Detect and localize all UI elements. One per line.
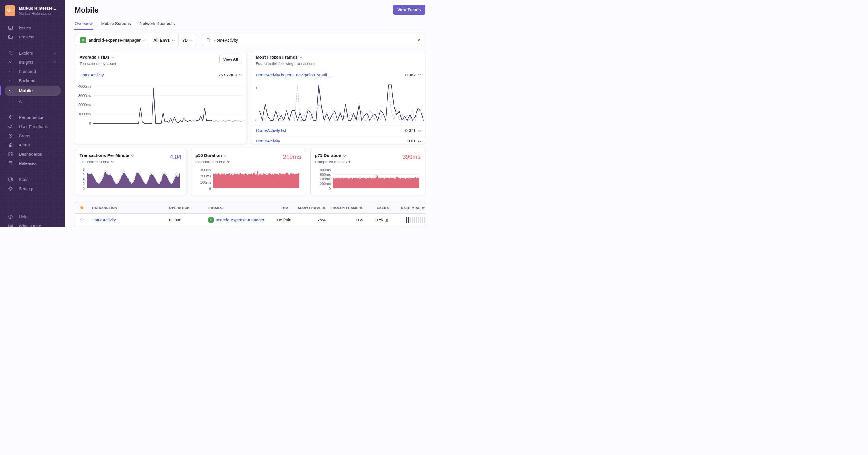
metric-value[interactable]: 0.071 [405, 128, 421, 133]
archive-icon [8, 161, 13, 166]
p75-chart[interactable]: 0200ms400ms600ms800ms [315, 166, 421, 193]
svg-text:4000ms: 4000ms [79, 84, 91, 88]
filter-bar: android-expense-manager All Envs 7D [74, 34, 425, 46]
svg-text:6: 6 [83, 172, 85, 176]
tab-bar: Overview Mobile Screens Network Requests [74, 21, 425, 29]
p50-chart[interactable]: 0100ms200ms300ms [195, 166, 301, 193]
project-cell: android-expense-manager [208, 218, 266, 223]
svg-text:4: 4 [83, 177, 85, 181]
metric-value[interactable]: 263.72ms [218, 73, 241, 77]
sidebar-item-label: Projects [19, 34, 34, 39]
sidebar-item-insights[interactable]: Insights [0, 57, 65, 67]
col-users[interactable]: USERS [377, 206, 389, 209]
environment-filter-label: All Envs [153, 38, 169, 42]
sidebar-item-label: Backend [19, 78, 35, 83]
tab-network-requests[interactable]: Network Requests [140, 21, 175, 29]
tab-mobile-screens[interactable]: Mobile Screens [101, 21, 131, 29]
sidebar-item-backend[interactable]: Backend [0, 76, 65, 85]
date-range-label: 7D [183, 38, 188, 42]
view-trends-button[interactable]: View Trends [393, 5, 425, 15]
widget-subtitle: Top screens by count [80, 61, 241, 66]
avg-ttid-chart[interactable]: 01000ms2000ms3000ms4000ms [75, 81, 246, 128]
sidebar-item-settings[interactable]: Settings [0, 184, 65, 193]
col-slow-frame[interactable]: SLOW FRAME % [298, 206, 326, 209]
metric-value[interactable]: 0.082 [405, 73, 421, 77]
col-user-misery[interactable]: USER MISERY [401, 206, 425, 209]
view-all-button[interactable]: View All [219, 55, 242, 64]
svg-text:1000ms: 1000ms [79, 112, 91, 116]
sidebar-item-performance[interactable]: Performance [0, 113, 65, 122]
svg-text:1: 1 [255, 86, 257, 90]
sidebar-item-ai[interactable]: AI [0, 96, 65, 106]
frozen-frames-widget: Most Frozen Frames Found in the followin… [251, 51, 425, 144]
project-link[interactable]: android-expense-manager [216, 218, 265, 222]
col-operation[interactable]: OPERATION [169, 206, 208, 209]
org-name: Markus Hintersteiner [19, 6, 59, 11]
star-toggle-icon[interactable] [80, 218, 92, 223]
search-icon [8, 50, 13, 55]
frozen-frames-chart[interactable]: 01 [251, 81, 425, 125]
user-name: Markus Hintersteiner [19, 11, 59, 16]
col-transaction[interactable]: TRANSACTION [92, 206, 169, 209]
tpm-cell: 3.89/min [275, 218, 291, 222]
clear-search-icon[interactable] [417, 38, 421, 42]
sidebar-item-releases[interactable]: Releases [0, 159, 65, 168]
col-tpm-sorted[interactable]: TPM ↓ [281, 206, 291, 210]
sidebar-item-alerts[interactable]: Alerts [0, 140, 65, 149]
sidebar-item-dashboards[interactable]: Dashboards [0, 149, 65, 159]
avg-ttid-widget: Average TTIDs Top screens by count View … [74, 51, 246, 144]
transaction-link[interactable]: HomeActivity [80, 73, 104, 77]
widgets-row-1: Average TTIDs Top screens by count View … [74, 51, 425, 144]
chevron-up-icon [418, 74, 421, 77]
chevron-down-icon [53, 51, 56, 54]
svg-text:0: 0 [329, 187, 331, 191]
sidebar-item-stats[interactable]: Stats [0, 175, 65, 184]
nav-group-main: Issues Projects [0, 23, 65, 41]
widget-title-dropdown[interactable]: Most Frozen Frames [256, 55, 421, 59]
p75-value: 399ms [402, 153, 421, 160]
sidebar-item-issues[interactable]: Issues [0, 23, 65, 32]
sidebar-item-whats-new[interactable]: What's new [0, 221, 65, 227]
sidebar-item-explore[interactable]: Explore [0, 48, 65, 57]
widget-title-dropdown[interactable]: p50 Duration [195, 153, 230, 158]
nav-group-explore: Explore Insights Frontend Backend Mobile… [0, 48, 65, 106]
gear-icon [8, 186, 13, 191]
siren-icon [8, 142, 13, 147]
environment-filter[interactable]: All Envs [149, 34, 178, 46]
org-switcher[interactable]: MH Markus Hintersteiner Markus Hinterste… [0, 5, 65, 16]
project-filter-label: android-expense-manager [89, 38, 141, 42]
project-filter[interactable]: android-expense-manager [76, 34, 149, 46]
chevron-down-icon [143, 39, 146, 41]
search-input[interactable] [214, 38, 414, 42]
sidebar-item-projects[interactable]: Projects [0, 32, 65, 41]
bar-chart-icon [8, 177, 13, 182]
star-header-icon[interactable] [80, 205, 92, 210]
transaction-link[interactable]: HomeActivity [256, 139, 280, 143]
sidebar-item-frontend[interactable]: Frontend [0, 67, 65, 76]
sidebar-item-crons[interactable]: Crons [0, 131, 65, 140]
user-icon [385, 218, 389, 222]
transaction-link[interactable]: HomeActivity.list [256, 128, 286, 133]
transaction-link[interactable]: HomeActivity.bottom_navigation_small … [256, 73, 332, 77]
col-frozen-frame[interactable]: FROZEN FRAME % [330, 206, 363, 209]
sidebar: MH Markus Hintersteiner Markus Hinterste… [0, 0, 65, 227]
svg-text:0: 0 [83, 187, 85, 191]
lightning-icon [8, 115, 13, 120]
avatar: MH [5, 5, 16, 16]
chevron-down-icon [418, 129, 421, 132]
tpm-chart[interactable]: 02468 [80, 166, 181, 193]
widget-title-dropdown[interactable]: p75 Duration [315, 153, 350, 158]
widget-title-dropdown[interactable]: Average TTIDs [80, 55, 241, 59]
sidebar-item-label: Crons [19, 133, 30, 138]
sidebar-item-mobile[interactable]: Mobile [5, 86, 61, 96]
svg-text:400ms: 400ms [320, 177, 331, 181]
tab-overview[interactable]: Overview [74, 21, 93, 29]
sidebar-item-help[interactable]: Help [0, 212, 65, 221]
widget-title-dropdown[interactable]: Transactions Per Minute [80, 153, 133, 158]
date-range-filter[interactable]: 7D [178, 34, 196, 46]
col-project[interactable]: PROJECT [208, 206, 266, 209]
sidebar-item-user-feedback[interactable]: User Feedback [0, 122, 65, 131]
transactions-table: TRANSACTION OPERATION PROJECT TPM ↓ SLOW… [74, 202, 425, 226]
metric-value[interactable]: 0.01 [408, 139, 421, 143]
transaction-link[interactable]: HomeActivity [92, 218, 116, 222]
